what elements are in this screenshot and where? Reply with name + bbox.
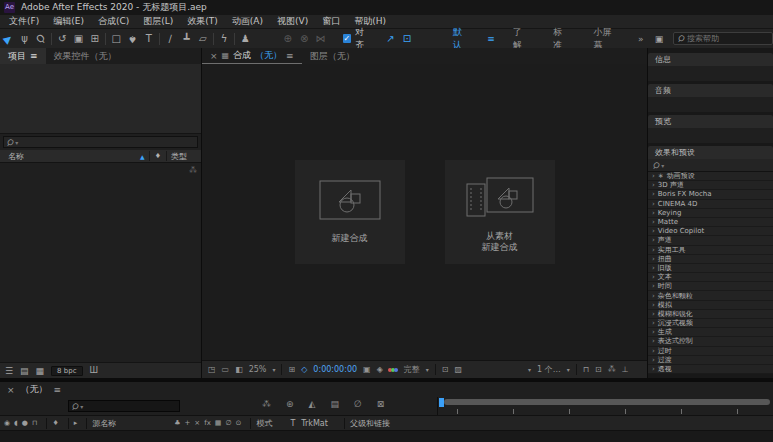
snap-grid-icon[interactable]: ⊡ <box>399 30 415 48</box>
puppet-pin-tool-icon[interactable]: ♟ <box>237 30 253 48</box>
category-text[interactable]: ›文本 <box>648 273 773 282</box>
sort-ascending-icon[interactable]: ▲ <box>136 153 149 160</box>
panel-menu-icon[interactable]: ≡ <box>30 51 38 61</box>
trash-icon[interactable]: Ш <box>90 366 99 375</box>
label-color-icon[interactable]: ♦ <box>52 419 58 427</box>
mini-flowchart-icon[interactable]: ⁂ <box>262 399 271 409</box>
help-search-box[interactable]: Ϙ <box>673 32 773 45</box>
category-matte[interactable]: ›Matte <box>648 218 773 227</box>
menu-effect[interactable]: 效果(T) <box>180 15 225 28</box>
draft-3d-icon[interactable]: ⊛ <box>286 399 294 409</box>
close-icon[interactable]: × <box>7 385 15 395</box>
category-transition[interactable]: ›过渡 <box>648 356 773 365</box>
hand-tool-icon[interactable]: ψ <box>16 30 32 48</box>
category-legacy[interactable]: ›旧版 <box>648 264 773 273</box>
new-folder-icon[interactable]: ▤ <box>20 366 29 376</box>
lock-icon[interactable]: ⊓ <box>32 419 37 427</box>
audio-panel-header[interactable]: 音频 <box>648 84 773 97</box>
show-channels-icon[interactable] <box>389 368 398 372</box>
region-of-interest-icon[interactable]: ⊡ <box>442 365 449 374</box>
fx-switch-icon[interactable]: fx <box>204 419 211 427</box>
column-name[interactable]: 名称 <box>0 151 136 162</box>
timeline-tab-label[interactable]: （无） <box>21 383 48 396</box>
eraser-tool-icon[interactable]: ▱ <box>195 30 211 48</box>
effects-presets-header[interactable]: 效果和预设 <box>648 146 773 159</box>
menu-edit[interactable]: 编辑(E) <box>46 15 91 28</box>
category-generate[interactable]: ›生成 <box>648 328 773 337</box>
menu-composition[interactable]: 合成(C) <box>91 15 136 28</box>
panel-menu-icon[interactable]: ≡ <box>286 51 294 61</box>
timeline-track-area[interactable] <box>0 430 773 442</box>
motion-blur-switch-icon[interactable]: ∅ <box>225 419 231 427</box>
view-axis-mode-icon[interactable]: ⋈ <box>312 30 328 48</box>
info-panel-header[interactable]: 信息 <box>648 53 773 66</box>
column-trkmat[interactable]: TrkMat <box>301 419 328 428</box>
hide-shy-layers-icon[interactable]: ◭ <box>309 399 316 409</box>
roto-brush-tool-icon[interactable]: ϟ <box>216 30 232 48</box>
snap-options-icon[interactable]: ↗ <box>382 30 398 48</box>
playhead-marker[interactable] <box>439 398 444 407</box>
category-simulation[interactable]: ›模拟 <box>648 301 773 310</box>
category-perspective[interactable]: ›透视 <box>648 365 773 374</box>
selection-tool-icon[interactable]: ▶ <box>0 30 16 48</box>
category-distort[interactable]: ›扭曲 <box>648 255 773 264</box>
frame-blending-icon[interactable]: ▤ <box>330 399 339 409</box>
category-audio[interactable]: ›声道 <box>648 236 773 245</box>
project-item-list[interactable]: ⁂ <box>0 163 201 362</box>
snapshot-icon[interactable]: ▣ <box>363 365 371 374</box>
layer-number-icon[interactable]: ▸ <box>74 419 78 427</box>
rotation-tool-icon[interactable]: ↺ <box>54 30 70 48</box>
category-keying[interactable]: ›Keying <box>648 209 773 218</box>
effects-search-box[interactable]: Ϙ ▾ <box>648 159 773 172</box>
main-viewer-icon[interactable]: ▭ <box>222 365 230 374</box>
motion-blur-icon[interactable]: ∅ <box>354 399 362 409</box>
workspace-panel-icon[interactable]: ▣ <box>651 30 666 48</box>
preview-panel-header[interactable]: 预览 <box>648 115 773 128</box>
magnification-icon[interactable]: ◧ <box>235 365 243 374</box>
column-type[interactable]: 类型 <box>167 151 201 162</box>
flowchart-icon[interactable]: ⁂ <box>189 166 197 175</box>
frame-blend-switch-icon[interactable]: ▦ <box>215 419 222 427</box>
interpret-footage-icon[interactable]: ☰ <box>5 366 13 376</box>
project-search-box[interactable]: Ϙ ▾ <box>3 136 198 148</box>
tab-layer[interactable]: 图层（无） <box>302 48 363 64</box>
category-immersive-video[interactable]: ›沉浸式视频 <box>648 319 773 328</box>
category-utility[interactable]: ›实用工具 <box>648 246 773 255</box>
menu-view[interactable]: 视图(V) <box>270 15 315 28</box>
video-visibility-icon[interactable]: ◉ <box>4 419 10 427</box>
category-time[interactable]: ›时间 <box>648 282 773 291</box>
timeline-ruler[interactable] <box>437 397 773 415</box>
panel-menu-icon[interactable]: ≡ <box>54 385 62 395</box>
timeline-button-icon[interactable]: ⁂ <box>608 365 616 374</box>
transparency-grid-icon[interactable]: ▨ <box>455 365 463 374</box>
column-t[interactable]: T <box>290 419 295 428</box>
category-boris-fx-mocha[interactable]: ›Boris FX Mocha <box>648 190 773 199</box>
shy-switch-icon[interactable]: ♣ <box>174 419 180 427</box>
fast-preview-icon[interactable]: ⊡ <box>595 365 602 374</box>
3d-switch-icon[interactable]: ⊙ <box>236 419 242 427</box>
workspace-overflow-icon[interactable]: » <box>630 34 652 44</box>
solo-icon[interactable]: ● <box>22 419 28 427</box>
audio-mute-icon[interactable]: ◖ <box>14 419 18 427</box>
always-preview-icon[interactable]: ◳ <box>208 365 216 374</box>
close-icon[interactable]: × <box>210 51 218 61</box>
menu-animation[interactable]: 动画(A) <box>225 15 270 28</box>
workspace-menu-icon[interactable]: ≡ <box>481 34 501 44</box>
category-blur-sharpen[interactable]: ›模糊和锐化 <box>648 310 773 319</box>
label-color-icon[interactable]: ♦ <box>150 152 166 160</box>
timeline-search-box[interactable]: Ϙ ▾ <box>68 400 180 412</box>
clone-stamp-tool-icon[interactable]: ┻ <box>178 30 194 48</box>
zoom-tool-icon[interactable]: Ϙ <box>33 30 49 48</box>
tab-project[interactable]: 项目 ≡ <box>0 48 46 64</box>
camera-tool-icon[interactable]: ▣ <box>70 30 86 48</box>
category-video-copilot[interactable]: ›Video Copilot <box>648 227 773 236</box>
quality-switch-icon[interactable]: × <box>194 419 200 427</box>
menu-layer[interactable]: 图层(L) <box>136 15 180 28</box>
tab-effect-controls[interactable]: 效果控件（无） <box>46 48 125 64</box>
pan-behind-tool-icon[interactable]: ⊞ <box>87 30 103 48</box>
grid-guides-icon[interactable]: ⊞ <box>288 365 295 374</box>
show-snapshot-icon[interactable]: ◈ <box>377 365 383 374</box>
world-axis-mode-icon[interactable]: ⊗ <box>296 30 312 48</box>
new-composition-icon[interactable]: ▦ <box>36 366 45 376</box>
pen-tool-icon[interactable]: ♠ <box>124 30 140 48</box>
